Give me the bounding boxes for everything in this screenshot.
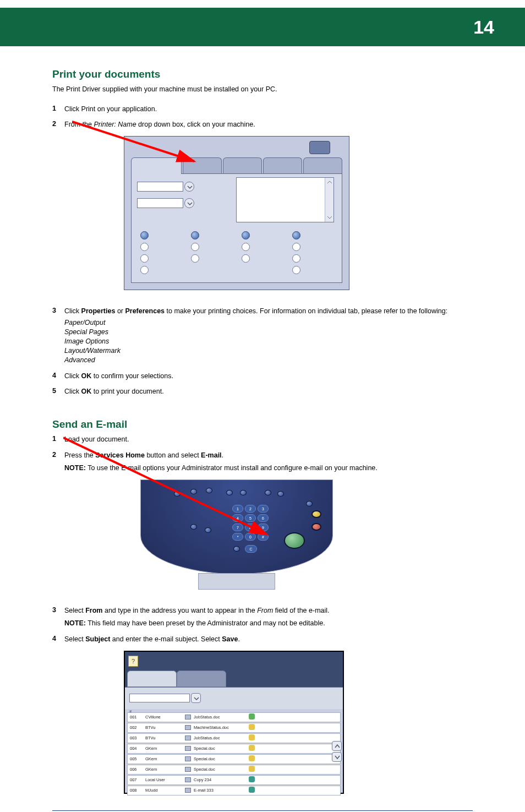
dialog-tab[interactable]	[183, 157, 222, 174]
panel-button[interactable]	[265, 490, 271, 495]
doc-type-icon	[185, 746, 194, 751]
option-radio[interactable]	[242, 243, 250, 251]
job-id: 003	[128, 735, 145, 740]
table-row[interactable]: 006GKemSpecial.doc	[127, 765, 341, 775]
option-radio[interactable]	[242, 254, 250, 263]
table-row[interactable]: 008MJuddE-mail 333	[127, 786, 341, 795]
dropdown-field[interactable]	[137, 182, 183, 192]
step-4: 4 Click OK to confirm your selections.	[52, 372, 473, 381]
table-row[interactable]: 003BTVuJobStatus.doc	[127, 733, 341, 743]
step-text: Press the Services Home button and selec…	[64, 451, 378, 473]
keypad-key[interactable]: 6	[258, 514, 269, 522]
bullet: Layout/Watermark	[64, 346, 447, 356]
option-radio[interactable]	[292, 243, 300, 251]
option-radio[interactable]	[140, 254, 149, 263]
keypad-clear-key[interactable]: C	[245, 545, 257, 553]
option-radio[interactable]	[191, 254, 199, 263]
keypad-key[interactable]: 5	[245, 514, 256, 522]
step-number: 4	[52, 372, 64, 381]
dialog-tab[interactable]	[131, 157, 182, 174]
job-document: Special.doc	[194, 767, 249, 772]
job-status-icon	[249, 787, 258, 794]
keypad-key[interactable]: 1	[232, 505, 243, 513]
keypad-key[interactable]: 7	[232, 524, 243, 531]
job-owner: CVillone	[145, 715, 185, 720]
job-status-icon	[249, 713, 258, 721]
dropdown-field[interactable]	[137, 198, 183, 208]
option-radio[interactable]	[140, 243, 149, 251]
table-row[interactable]: 007Local UserCopy 234	[127, 775, 341, 785]
job-owner: GKem	[145, 767, 185, 772]
step-number: 3	[52, 606, 64, 628]
doc-type-icon	[185, 725, 194, 730]
panel-button[interactable]	[206, 488, 212, 493]
keypad-key[interactable]: 4	[232, 514, 243, 522]
step-text: Select Subject and enter the e-mail subj…	[64, 635, 240, 644]
panel-button[interactable]	[226, 490, 233, 495]
page-number: 14	[473, 17, 494, 38]
numeric-keypad: 1 2 3 4 5 6 7 8 9 * 0 #	[232, 505, 269, 541]
email-step-4: 4 Select Subject and enter the e-mail su…	[52, 635, 473, 644]
table-row[interactable]: 001CVilloneJobStatus.doc	[127, 712, 341, 722]
scroll-down-button[interactable]	[332, 752, 342, 762]
job-owner: GKem	[145, 746, 185, 751]
stop-button[interactable]	[311, 523, 321, 531]
bullet: Image Options	[64, 337, 447, 346]
dropdown-arrow-icon[interactable]	[184, 182, 194, 192]
preview-listbox	[236, 177, 334, 222]
option-radio[interactable]	[292, 254, 300, 263]
table-row[interactable]: 005GKemSpecial.doc	[127, 754, 341, 764]
panel-button[interactable]	[190, 489, 197, 494]
footer-rule	[52, 810, 473, 811]
keypad-key[interactable]: *	[232, 533, 243, 541]
option-radio[interactable]	[292, 266, 300, 274]
job-status-icon	[249, 755, 258, 762]
doc-type-icon	[185, 777, 194, 782]
keypad-key[interactable]: 3	[258, 505, 269, 513]
job-document: JobStatus.doc	[194, 735, 249, 740]
panel-button[interactable]	[174, 491, 181, 497]
table-row[interactable]: 002BTVuMachineStatus.doc	[127, 723, 341, 733]
step-number: 3	[52, 307, 64, 364]
dialog-tab[interactable]	[303, 157, 342, 174]
scrollbar[interactable]	[325, 178, 333, 222]
keypad-key[interactable]: 8	[245, 524, 256, 531]
option-radio[interactable]	[292, 231, 300, 239]
option-radio[interactable]	[140, 231, 149, 239]
queue-tab[interactable]	[177, 671, 226, 687]
keypad-key[interactable]: 2	[245, 505, 256, 513]
option-radio[interactable]	[140, 266, 149, 274]
option-radio[interactable]	[191, 243, 199, 251]
panel-button[interactable]	[306, 501, 313, 506]
panel-button[interactable]	[277, 491, 284, 497]
option-radio[interactable]	[242, 231, 250, 239]
dialog-tab[interactable]	[263, 157, 302, 174]
device-control-panel: 1 2 3 4 5 6 7 8 9 * 0 # C	[140, 479, 333, 574]
help-icon[interactable]: ?	[128, 656, 138, 667]
step-text: Click OK to print your document.	[64, 387, 164, 396]
queue-tab[interactable]	[127, 671, 177, 687]
keypad-key[interactable]: #	[258, 533, 269, 541]
panel-button[interactable]	[190, 524, 197, 530]
keypad-key[interactable]: 9	[258, 524, 269, 531]
preview-icon	[309, 141, 330, 154]
dropdown-arrow-icon[interactable]	[191, 693, 201, 703]
table-row[interactable]: 004GKemSpecial.doc	[127, 744, 341, 754]
step-number: 2	[52, 451, 64, 473]
dialog-tab[interactable]	[223, 157, 262, 174]
panel-button[interactable]	[240, 490, 247, 495]
panel-button[interactable]	[233, 546, 240, 552]
filter-field[interactable]	[129, 694, 190, 702]
doc-type-icon	[185, 756, 194, 761]
job-document: JobStatus.doc	[194, 715, 249, 720]
scroll-up-button[interactable]	[332, 741, 342, 751]
keypad-key[interactable]: 0	[245, 533, 256, 541]
dropdown-arrow-icon[interactable]	[184, 198, 194, 208]
pause-button[interactable]	[311, 510, 321, 518]
start-button[interactable]	[284, 532, 305, 549]
email-step-2: 2 Press the Services Home button and sel…	[52, 451, 473, 473]
job-id: 008	[128, 788, 145, 793]
option-radio[interactable]	[191, 231, 199, 239]
panel-button[interactable]	[205, 527, 211, 533]
bullet: Advanced	[64, 356, 447, 365]
